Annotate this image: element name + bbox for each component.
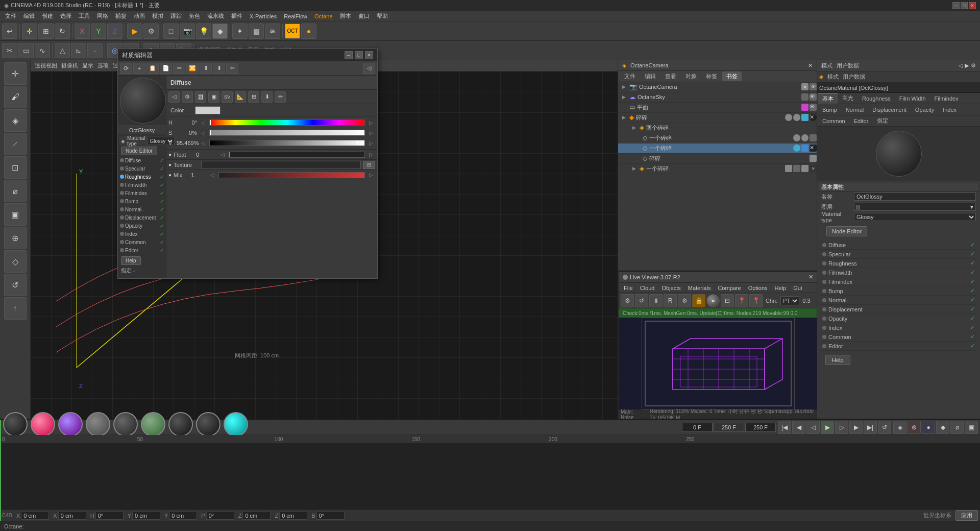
texture-input[interactable] <box>201 161 361 169</box>
menu-char[interactable]: 角色 <box>186 11 203 21</box>
menu-mesh[interactable]: 网格 <box>94 11 111 21</box>
menu-edit[interactable]: 编辑 <box>20 11 38 21</box>
sculpt-tool[interactable]: ◈ <box>4 109 27 132</box>
bridge-tool[interactable]: ⌀ <box>4 180 27 202</box>
panel-ctrl1[interactable]: ◁ <box>959 62 963 69</box>
mograph-btn[interactable]: ▦ <box>249 23 264 39</box>
tab-displacement[interactable]: Displacement <box>868 105 911 114</box>
menu-window[interactable]: 窗口 <box>355 11 373 21</box>
float-radio[interactable]: ● <box>168 152 172 157</box>
y2-val[interactable]: 0 cm <box>169 512 197 520</box>
float-slider-btn2[interactable]: ▷ <box>367 152 375 157</box>
live-menu-file[interactable]: File <box>621 284 636 292</box>
key-add-btn[interactable]: ◈ <box>893 421 906 434</box>
menu-track[interactable]: 跟踪 <box>167 11 185 21</box>
tree-octane-camera[interactable]: ▶ 📷 OctaneCamera ● 👁 <box>618 82 817 92</box>
tree-shatter1[interactable]: ▶ ◆ 碎碎 ✕ <box>618 113 817 123</box>
menu-file[interactable]: 文件 <box>2 11 19 21</box>
keyframe-track[interactable] <box>0 443 980 510</box>
s-slider-btn[interactable]: ◁ <box>199 130 207 136</box>
tree-one-shatter[interactable]: ◇ 一个碎碎 <box>618 133 817 143</box>
live-refresh-btn[interactable]: ↺ <box>635 294 648 307</box>
live-pin-btn[interactable]: 📍 <box>735 294 748 307</box>
df-tb4[interactable]: ▣ <box>208 91 219 103</box>
assign-label[interactable]: 指定... <box>121 266 163 275</box>
float-slider-bar[interactable] <box>229 152 365 158</box>
tab-common[interactable]: Common <box>818 116 849 126</box>
next-frame-btn[interactable]: ▶ <box>849 421 863 434</box>
fill-tool[interactable]: ▣ <box>4 203 27 226</box>
dialog-close-btn[interactable]: ✕ <box>365 51 373 59</box>
menu-plugin[interactable]: 插件 <box>228 11 246 21</box>
tree-plane[interactable]: ▭ 平面 👁 <box>618 103 817 113</box>
df-tb5[interactable]: SV <box>222 91 233 103</box>
move-btn[interactable]: ✛ <box>22 23 37 39</box>
tab-basic[interactable]: 基本 <box>818 93 838 104</box>
range-input[interactable]: 250 F <box>714 423 744 432</box>
maximize-button[interactable]: □ <box>961 2 968 9</box>
dialog-minimize-btn[interactable]: ─ <box>345 51 353 59</box>
loop-btn[interactable]: ↺ <box>878 421 891 434</box>
x-val[interactable]: 0 cm <box>21 512 49 520</box>
live-close-btn[interactable]: ✕ <box>808 274 813 280</box>
deformer-btn[interactable]: ≋ <box>265 23 280 39</box>
undo-btn[interactable]: ↩ <box>2 23 17 39</box>
live-gear-btn[interactable]: ⚙ <box>678 294 691 307</box>
loop-tool[interactable]: ⊡ <box>4 156 27 179</box>
panel-ctrl3[interactable]: ⚙ <box>971 62 976 69</box>
float-slider-btn[interactable]: ◁ <box>218 152 227 157</box>
live-pause-btn[interactable]: ⏸ <box>649 294 663 307</box>
tab-file[interactable]: 文件 <box>620 71 640 81</box>
s-slider-btn2[interactable]: ▷ <box>367 130 375 136</box>
texture-toggle[interactable]: ⊟ <box>363 161 375 169</box>
menu-script[interactable]: 脚本 <box>337 11 354 21</box>
df-tb1[interactable]: ◁ <box>168 91 180 103</box>
window-controls[interactable]: ─ □ ✕ <box>952 2 976 9</box>
layer-input[interactable]: ▨ ▼ <box>854 203 976 211</box>
tab-index[interactable]: Index <box>939 105 961 114</box>
spin-edge[interactable]: ↺ <box>4 274 27 296</box>
tab-roughness[interactable]: Roughness <box>858 94 895 103</box>
range-start-display[interactable]: 0 F <box>682 423 713 432</box>
dialog-tb7[interactable]: ⬆ <box>200 63 212 74</box>
render-settings[interactable]: ⚙ <box>143 23 159 39</box>
p-val[interactable]: 0° <box>206 512 234 520</box>
df-tb6[interactable]: 📐 <box>235 91 246 103</box>
mix-btn2[interactable]: ▷ <box>367 172 375 178</box>
select-tool-left[interactable]: ✛ <box>4 62 27 85</box>
dialog-titlebar[interactable]: 材质编辑器 ─ □ ✕ <box>118 49 377 61</box>
tl-toggle-btn[interactable]: ▣ <box>965 421 978 434</box>
tab-object[interactable]: 对象 <box>681 71 701 81</box>
edge-mode[interactable]: ⊾ <box>71 43 86 58</box>
z2-val[interactable]: 0 cm <box>279 512 307 520</box>
key-all-btn[interactable]: ◆ <box>936 421 949 434</box>
mix-bar[interactable] <box>218 172 365 178</box>
vis-toggle[interactable]: 👁 <box>810 83 817 90</box>
v-slider-btn2[interactable]: ▷ <box>367 140 375 146</box>
dialog-tb1[interactable]: ⟳ <box>120 63 132 74</box>
menu-select[interactable]: 选择 <box>57 11 75 21</box>
tab-editor[interactable]: Editor <box>850 116 873 126</box>
color-swatch[interactable] <box>195 106 220 114</box>
h-rot-val[interactable]: 0° <box>95 512 124 520</box>
menu-create[interactable]: 创建 <box>39 11 56 21</box>
live-menu-help[interactable]: Help <box>772 284 790 292</box>
live-menu-compare[interactable]: Compare <box>715 284 744 292</box>
menu-xparticles[interactable]: X-Particles <box>247 12 280 20</box>
normal-tool[interactable]: ↑ <box>4 297 27 320</box>
key-sel-btn[interactable]: ⌀ <box>950 421 964 434</box>
menu-tools[interactable]: 工具 <box>76 11 93 21</box>
menu-help[interactable]: 帮助 <box>374 11 391 21</box>
light-btn[interactable]: 💡 <box>196 23 211 39</box>
camera-btn[interactable]: 📷 <box>180 23 195 39</box>
z-val[interactable]: 0 cm <box>242 512 271 520</box>
apply-btn[interactable]: 应用 <box>955 510 978 521</box>
dialog-maximize-btn[interactable]: □ <box>355 51 363 59</box>
help-btn-right[interactable]: Help <box>825 355 850 365</box>
live-crop-btn[interactable]: ⊟ <box>721 294 734 307</box>
mat-roughness-row[interactable]: Roughness ✓ <box>119 173 165 181</box>
paint-tool[interactable]: 🖌 <box>4 86 27 108</box>
tab-filmwidth[interactable]: Film Width <box>895 94 930 103</box>
dialog-tb9[interactable]: ✂ <box>226 63 238 74</box>
tab-filmindex[interactable]: Filmindex <box>930 94 963 103</box>
